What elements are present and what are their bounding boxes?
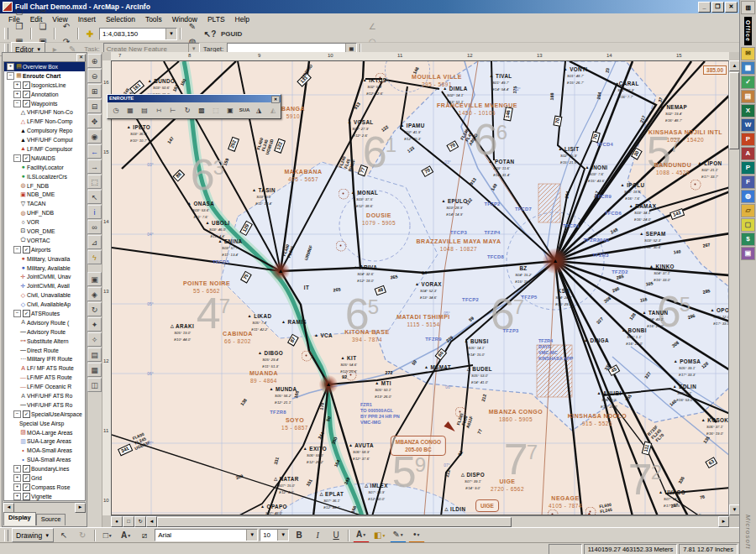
scroll-left-icon[interactable]: ◄ [146, 516, 157, 527]
plts-tool-8-icon[interactable]: ◫ [87, 378, 102, 392]
pguid-button[interactable]: PGUID [219, 26, 244, 41]
folder-icon[interactable]: ▱ [741, 204, 755, 217]
drawing-menu-button[interactable]: Drawing▼ [12, 528, 54, 542]
copy-icon[interactable]: ❏ [34, 18, 51, 34]
font-color-button[interactable]: A▼ [353, 527, 370, 544]
toc-item-compass-rose[interactable]: +✓Compass Rose [4, 483, 85, 492]
frontpage-icon[interactable]: F [741, 175, 755, 189]
find-icon[interactable]: ∞ [87, 220, 102, 234]
toc-item-lf-mf-ats-route[interactable]: —LF/MF ATS Route [4, 373, 85, 382]
toc-item-isogonicsline[interactable]: +✓IsogonicsLine [4, 81, 85, 90]
layer-checkbox[interactable]: ✓ [23, 410, 30, 418]
forward-extent-icon[interactable]: → [87, 159, 102, 174]
toc-item-boundarylines[interactable]: +✓BoundaryLines [4, 464, 85, 473]
powerpoint-icon[interactable]: P [741, 133, 755, 146]
skew-tool-icon[interactable]: ⧄ [136, 528, 153, 543]
toc-item-specialuseairspace[interactable]: −✓SpecialUseAirspace [4, 410, 85, 419]
fixed-zoom-out-icon[interactable]: ⊟ [87, 99, 102, 113]
layer-checkbox[interactable]: ✓ [23, 154, 30, 162]
toc-item-jointcivmil-unav[interactable]: ✛JointCivMil, Unav [4, 272, 85, 281]
word-icon[interactable]: W [741, 118, 755, 132]
toc-item-facilitylocator[interactable]: ●FacilityLocator [4, 163, 85, 172]
shape-tool-button[interactable]: □▼ [99, 528, 116, 543]
font-size-combobox[interactable]: 10▼ [260, 529, 289, 541]
toc-item-compulsory-repo[interactable]: ▲Compulsory Repo [4, 126, 85, 135]
expand-icon[interactable]: − [7, 72, 14, 80]
expand-icon[interactable]: − [13, 154, 21, 162]
toc-item-sua-small-areas[interactable]: •SUA-Small Areas [4, 455, 85, 464]
refresh-view-button[interactable]: ↻ [134, 516, 146, 527]
excel-icon[interactable]: X [741, 104, 755, 118]
expand-icon[interactable]: − [13, 310, 21, 317]
publisher-icon[interactable]: P [741, 161, 755, 175]
layer-checkbox[interactable]: ✓ [23, 474, 30, 482]
expand-icon[interactable]: − [13, 410, 21, 418]
ie-icon[interactable]: ◍ [741, 190, 755, 203]
photo-icon[interactable]: ▣ [741, 247, 755, 260]
layer-checkbox[interactable]: ✓ [23, 100, 30, 107]
scroll-right-icon[interactable]: ► [718, 516, 729, 527]
tasks-icon[interactable]: ✓ [741, 76, 755, 89]
expand-icon[interactable]: + [7, 63, 14, 71]
fixed-zoom-in-icon[interactable]: ⊞ [87, 84, 102, 98]
restore-button[interactable]: ❐ [711, 2, 724, 13]
expand-icon[interactable]: + [13, 474, 21, 482]
expand-icon[interactable]: + [13, 493, 21, 500]
text-tool-button[interactable]: A▼ [118, 528, 134, 543]
menu-item-help[interactable]: Help [230, 14, 255, 24]
measure-icon[interactable]: ⊿ [87, 235, 102, 249]
tri-up-icon[interactable]: ◮ [252, 103, 265, 117]
select-features-icon[interactable]: ⬚ [87, 175, 102, 189]
hyperlink-icon[interactable]: ϟ [87, 250, 102, 264]
expand-icon[interactable]: − [13, 246, 21, 253]
undo-icon[interactable]: ↶ [58, 18, 75, 34]
minimize-button[interactable]: _ [698, 2, 711, 13]
marker-color-button[interactable]: •▼ [408, 527, 425, 544]
toc-item-jointcivmil-avail[interactable]: ✛JointCivMil, Avail [4, 281, 85, 290]
toc-item-vor-dme[interactable]: ⊡VOR_DME [4, 227, 85, 236]
pan-icon[interactable]: ✥ [87, 114, 102, 128]
menu-item-tools[interactable]: Tools [140, 14, 167, 24]
open-icon[interactable]: ❐ [11, 18, 28, 34]
toc-item-advisory-route[interactable]: —Advisory Route [4, 327, 85, 337]
toc-item-lf-mf-compulsor[interactable]: ▲LF/MF Compulsor [4, 144, 85, 154]
layer-checkbox[interactable]: ✓ [23, 246, 30, 253]
toc-item-military-unavaila[interactable]: ●Military, Unavaila [4, 254, 85, 264]
toc-item-vortac[interactable]: ⬠VORTAC [4, 236, 85, 245]
line-color-button[interactable]: ✎▼ [390, 527, 407, 544]
menu-item-insert[interactable]: Insert [73, 14, 101, 24]
toc-item-ndb-dme[interactable]: ▣NDB_DME [4, 190, 85, 199]
toc-item-uhf-ndb[interactable]: ◍UHF_NDB [4, 208, 85, 217]
select-elements-icon[interactable]: ↖ [55, 528, 72, 543]
toc-item-lf-ndb[interactable]: ◍LF_NDB [4, 181, 85, 191]
chart-b-icon[interactable]: ▤ [138, 103, 151, 117]
expand-icon[interactable]: + [13, 81, 21, 89]
expand-icon[interactable]: + [13, 465, 21, 473]
layer-checkbox[interactable]: ✓ [23, 81, 30, 89]
toc-item-moa-small-areas[interactable]: •MOA-Small Areas [4, 446, 85, 455]
enroute-toolbar-title[interactable]: ENROUTE ✕ [108, 95, 281, 102]
menu-item-plts[interactable]: PLTS [202, 14, 230, 24]
outlook-icon[interactable]: ✉ [741, 47, 755, 60]
toc-item-lf-mf-oceanic-r[interactable]: —LF/MF Oceanic R [4, 382, 85, 391]
toc-item-ilslocalizercrs[interactable]: ●ILSLocalizerCrs [4, 172, 85, 181]
layer-checkbox[interactable]: ✓ [23, 493, 30, 500]
menu-item-selection[interactable]: Selection [101, 14, 140, 24]
toc-item-annotation[interactable]: +✓Annotation [4, 90, 85, 99]
full-extent-icon[interactable]: ◉ [87, 129, 102, 144]
toc-item-atsroutes[interactable]: −✓ATSRoutes [4, 309, 85, 318]
close-button[interactable]: ✕ [725, 2, 738, 13]
scrollbar-thumb[interactable] [157, 517, 512, 527]
underline-button[interactable]: U [328, 528, 344, 543]
scrollbar-thumb[interactable] [729, 72, 739, 149]
layer-checkbox[interactable]: ✓ [23, 310, 30, 317]
new-icon[interactable]: ▢ [11, 3, 28, 18]
toc-item-civil-unavailable[interactable]: ◇Civil, Unavailable [4, 290, 85, 300]
toc-item-waypoints[interactable]: −✓Waypoints [4, 99, 85, 108]
fill-color-button[interactable]: ◧▼ [371, 528, 388, 543]
chart-a-icon[interactable]: ▦ [123, 103, 137, 117]
expand-icon[interactable]: + [13, 483, 21, 491]
plts-tool-6-icon[interactable]: ▤ [87, 348, 102, 362]
layout-view-button[interactable]: □ [123, 516, 134, 527]
toc-item-enroute-chart[interactable]: −▦Enroute Chart [4, 71, 85, 81]
